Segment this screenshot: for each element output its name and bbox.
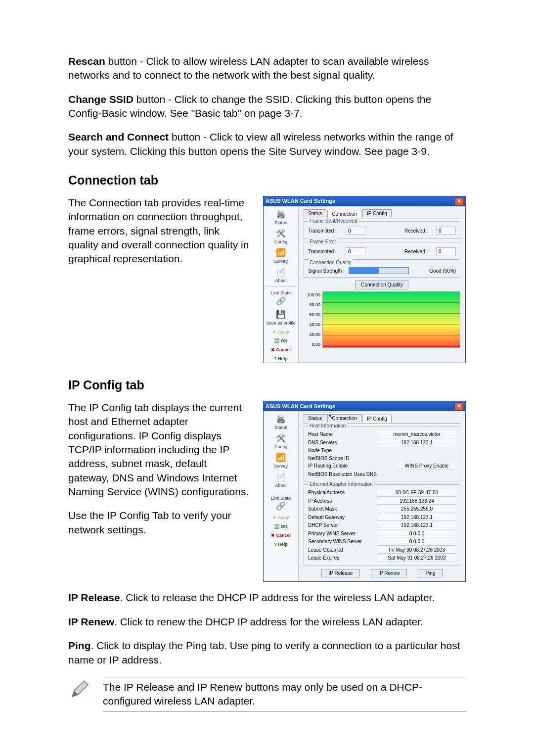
connection-dialog: ASUS WLAN Card Settings ✕ 🖨️Status 🛠️Con… <box>263 196 466 363</box>
label-leaseobt: Lease Obtained <box>308 547 343 554</box>
sidebar-label-ok: OK <box>281 524 288 529</box>
chart-title-row: Connection Quality <box>304 281 460 289</box>
sidebar-label-cancel: Cancel <box>276 347 291 352</box>
chart-gridlines <box>323 292 460 347</box>
rescan-text: button - Click to allow wireless LAN ada… <box>68 55 429 81</box>
label-leaseexp: Lease Expires <box>308 555 339 562</box>
sidebar-item-survey[interactable]: 📶Survey <box>264 247 298 265</box>
iprelease-text: . Click to release the DHCP IP address f… <box>120 592 435 603</box>
sidebar-separator <box>266 286 297 287</box>
sidebar-item-linkstate[interactable]: Link State🔗 <box>264 289 298 307</box>
group-frame-error: Frame Error Transmitted : 0 Received : 0 <box>304 242 460 260</box>
label-signal-strength: Signal Strength : <box>308 268 345 275</box>
value-swins: 0.0.0.0 <box>378 538 456 546</box>
sidebar-item-about[interactable]: 📄About <box>264 266 298 284</box>
sidebar-item-apply: ✔ Apply <box>264 328 298 336</box>
signal-strength-bar <box>349 267 409 274</box>
sidebar-item-help[interactable]: ? Help <box>264 355 298 363</box>
label-dhcp: DHCP Server <box>308 522 338 529</box>
sidebar-item-help[interactable]: ? Help <box>264 540 298 548</box>
value-ipaddr: 192.168.123.24 <box>378 498 456 505</box>
label-transmitted: Transmitted : <box>308 228 343 235</box>
chart-yaxis: 100.00 80.00 60.00 40.00 20.00 0.00 <box>304 291 322 348</box>
dialog-content: Status Connection IP Config Host Informa… <box>299 411 465 582</box>
sidebar-item-config[interactable]: 🛠️Config <box>264 432 298 451</box>
label-dns: DNS Servers <box>308 439 337 447</box>
sidebar-label-linkstate: Link State <box>271 496 291 501</box>
note-text: The IP Release and IP Renew buttons may … <box>103 680 466 709</box>
ip-release-button[interactable]: IP Release <box>321 569 360 578</box>
sidebar-label-about: About <box>275 278 287 283</box>
label-scope: NetBIOS Scope ID <box>308 455 349 462</box>
ping-button[interactable]: Ping <box>418 569 443 578</box>
label-received: Received : <box>404 228 433 235</box>
sidebar-item-survey[interactable]: 📶Survey <box>264 452 298 470</box>
ipconfig-paragraph-2: Use the IP Config Tab to verify your net… <box>68 509 249 537</box>
value-err-transmitted: 0 <box>346 247 365 255</box>
close-icon[interactable]: ✕ <box>454 197 463 205</box>
value-leaseexp: Sat May 31 08:27:26 2003 <box>378 555 456 562</box>
heading-connection-tab: Connection tab <box>68 172 466 189</box>
paragraph-ping: Ping. Click to display the Ping tab. Use… <box>68 639 466 667</box>
cursor-icon: ↖ <box>328 412 334 422</box>
sidebar-label-status: Status <box>274 220 287 225</box>
label-iprouting: IP Routing Enable <box>308 463 348 470</box>
sidebar-label-status: Status <box>274 425 287 430</box>
value-leaseobt: Fri May 30 08:27:26 2003 <box>378 547 456 554</box>
dialog-titlebar[interactable]: ASUS WLAN Card Settings ✕ <box>264 196 465 206</box>
tab-status[interactable]: Status <box>304 414 326 423</box>
ping-text: . Click to display the Ping tab. Use pin… <box>68 640 460 665</box>
ytick-20: 20.00 <box>304 331 320 337</box>
group-eth-info: Ethernet Adapter Information PhysicalAdd… <box>304 484 460 566</box>
sidebar-item-cancel[interactable]: ✖ Cancel <box>264 531 298 539</box>
sidebar-item-linkstate[interactable]: Link State🔗 <box>264 494 298 513</box>
sidebar-separator <box>266 492 297 492</box>
paragraph-iprenew: IP Renew. Click to renew the DHCP IP add… <box>68 615 466 629</box>
value-transmitted: 0 <box>346 227 365 235</box>
ip-renew-button[interactable]: IP Renew <box>371 569 407 578</box>
ytick-60: 60.00 <box>304 312 320 318</box>
sidebar-label-survey: Survey <box>274 464 288 469</box>
cancel-icon: ✖ <box>271 533 276 538</box>
survey-icon: 📶 <box>275 453 287 463</box>
paragraph-rescan: Rescan button - Click to allow wireless … <box>68 54 466 83</box>
chart-title: Connection Quality <box>356 281 408 289</box>
survey-icon: 📶 <box>275 248 287 258</box>
sidebar-item-ok[interactable]: 🆗 OK <box>264 522 298 530</box>
value-dhcp: 192.168.123.1 <box>378 522 456 529</box>
linkstate-icon: 🔗 <box>275 296 287 306</box>
status-icon: 🖨️ <box>275 209 287 219</box>
sidebar-item-cancel[interactable]: ✖ Cancel <box>264 346 298 354</box>
sidebar-item-status[interactable]: 🖨️Status <box>264 208 298 227</box>
ipconfig-button-row: IP Release IP Renew Ping <box>304 569 460 578</box>
close-icon[interactable]: ✕ <box>454 402 463 410</box>
tab-ipconfig[interactable]: IP Config <box>362 415 392 423</box>
iprelease-bold: IP Release <box>68 592 120 603</box>
pencil-icon <box>68 677 92 701</box>
sidebar-label-apply: Apply <box>278 330 289 334</box>
sidebar-item-config[interactable]: 🛠️Config <box>264 228 298 246</box>
sidebar-label-survey: Survey <box>274 259 288 264</box>
value-hostname: mervin_marcos.victor <box>378 431 456 438</box>
sidebar-item-about[interactable]: 📄About <box>264 471 298 489</box>
value-pwins: 0.0.0.0 <box>378 530 456 538</box>
ytick-80: 80.00 <box>304 302 320 308</box>
dialog-sidebar: 🖨️Status 🛠️Config 📶Survey 📄About Link St… <box>264 206 299 363</box>
sidebar-label-ok: OK <box>281 338 288 343</box>
chart-area: 100.00 80.00 60.00 40.00 20.00 0.00 <box>304 291 460 348</box>
note-rule-top <box>103 677 466 677</box>
sidebar-item-saveprofile[interactable]: 💾Save as profile <box>264 309 298 327</box>
sidebar-item-ok[interactable]: 🆗 OK <box>264 337 298 345</box>
dialog-titlebar[interactable]: ASUS WLAN Card Settings ✕ <box>264 401 465 411</box>
changessid-bold: Change SSID <box>68 94 134 105</box>
rescan-bold: Rescan <box>68 55 105 67</box>
tab-status[interactable]: Status <box>304 209 326 218</box>
tab-ipconfig[interactable]: IP Config <box>362 209 392 218</box>
tab-connection[interactable]: Connection <box>327 210 361 218</box>
search-bold: Search and Connect <box>68 131 169 142</box>
sidebar-item-status[interactable]: 🖨️Status <box>264 413 298 431</box>
group-title-frame-sent: Frame Sent/Received <box>308 218 359 225</box>
label-nodetype: Node Type <box>308 447 332 454</box>
config-icon: 🛠️ <box>275 433 287 443</box>
label-pwins: Primary WINS Server <box>308 530 356 538</box>
